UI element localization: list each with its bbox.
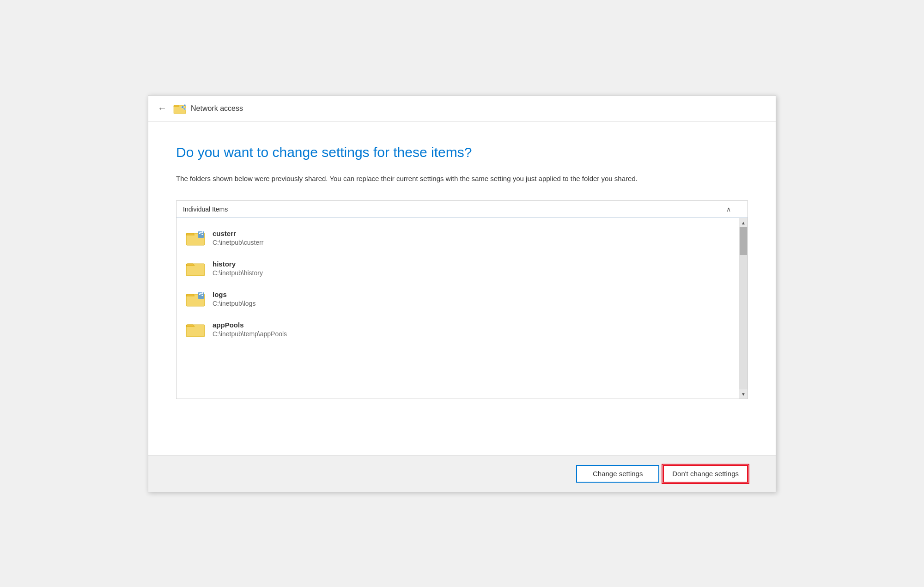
folder-icon [186, 290, 205, 308]
titlebar: ← Network access [148, 96, 776, 122]
scroll-up-arrow[interactable]: ▲ [739, 218, 748, 227]
folder-name: custerr [213, 229, 264, 238]
folder-info: custerr C:\inetpub\custerr [213, 229, 264, 247]
items-list: custerr C:\inetpub\custerr [176, 218, 739, 399]
folder-path: C:\inetpub\custerr [213, 238, 264, 247]
back-arrow-icon[interactable]: ← [158, 103, 167, 114]
list-item: history C:\inetpub\history [176, 253, 739, 284]
scrollbar[interactable]: ▲ ▼ [739, 218, 748, 399]
folder-path: C:\inetpub\logs [213, 299, 255, 308]
description-text: The folders shown below were previously … [176, 174, 661, 184]
footer: Change settings Don't change settings [148, 455, 776, 492]
list-item: appPools C:\inetpub\temp\appPools [176, 314, 739, 345]
folder-name: history [213, 260, 263, 269]
collapse-chevron-icon[interactable]: ∧ [726, 206, 731, 213]
folder-info: appPools C:\inetpub\temp\appPools [213, 321, 287, 338]
items-box: Individual Items ∧ [176, 200, 748, 399]
scroll-thumb-area [739, 227, 748, 389]
folder-icon [186, 229, 205, 247]
window: ← Network access Do you want to change s… [148, 95, 776, 492]
items-header: Individual Items ∧ [176, 201, 748, 218]
list-item: custerr C:\inetpub\custerr [176, 223, 739, 253]
folder-info: history C:\inetpub\history [213, 260, 263, 277]
network-access-icon [173, 102, 186, 115]
scroll-down-arrow[interactable]: ▼ [739, 389, 748, 399]
folder-name: appPools [213, 321, 287, 330]
titlebar-text: Network access [191, 104, 243, 113]
change-settings-button[interactable]: Change settings [576, 465, 659, 483]
items-header-label: Individual Items [183, 206, 726, 213]
list-item: logs C:\inetpub\logs [176, 284, 739, 314]
page-heading: Do you want to change settings for these… [176, 144, 748, 161]
folder-path: C:\inetpub\history [213, 269, 263, 277]
folder-icon [186, 321, 205, 338]
folder-info: logs C:\inetpub\logs [213, 290, 255, 308]
folder-name: logs [213, 290, 255, 299]
scroll-thumb[interactable] [740, 227, 747, 255]
folder-icon [186, 260, 205, 277]
dont-change-settings-button[interactable]: Don't change settings [663, 465, 748, 483]
items-list-wrapper: custerr C:\inetpub\custerr [176, 218, 748, 399]
main-content: Do you want to change settings for these… [148, 122, 776, 455]
folder-path: C:\inetpub\temp\appPools [213, 330, 287, 338]
